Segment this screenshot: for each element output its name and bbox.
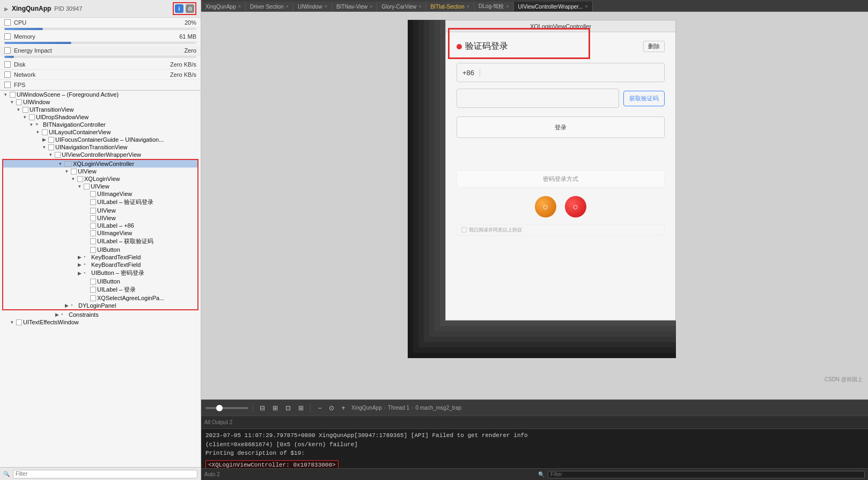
tree-item[interactable]: ▶ UIFocusContainerGuide – UINavigation..… [0,136,201,143]
grid-icon[interactable]: ⊞ [270,403,280,413]
fps-checkbox[interactable] [4,82,11,88]
tree-toggle[interactable]: ▾ [21,114,28,120]
tree-item[interactable]: ▾ UITransitionView [0,106,201,113]
tree-checkbox[interactable] [48,144,54,150]
cpu-checkbox[interactable] [4,19,11,26]
memory-checkbox[interactable] [4,33,11,40]
tab-close-icon[interactable]: × [506,4,509,9]
slider-thumb[interactable] [216,405,223,411]
layout-icon[interactable]: ⊟ [258,403,267,413]
tab-dlog[interactable]: DLog-驾校 × [474,2,514,11]
tree-item[interactable]: ▶ UIImageView [3,190,197,198]
tree-item[interactable]: ▶ ▪ Constraints [0,311,201,318]
tree-item[interactable]: ▶ UILabel – +86 [3,222,197,229]
tree-toggle-uiwindow[interactable]: ▾ [9,99,15,105]
table-icon[interactable]: ⊞ [296,403,306,413]
tree-checkbox[interactable] [90,287,96,293]
wechat-icon[interactable]: ○ [535,196,556,217]
tree-item[interactable]: ▾ UILayoutContainerView [0,128,201,136]
tree-checkbox[interactable] [90,191,96,197]
qq-icon[interactable]: ○ [565,196,586,217]
settings-icon[interactable]: ⚙ [186,4,194,13]
tab-close-icon[interactable]: × [325,4,327,9]
tree-item[interactable]: ▾ UIWindowScene – (Foreground Active) [0,91,201,98]
tree-checkbox[interactable] [10,92,16,98]
submit-btn[interactable]: 登录 [457,117,665,138]
tree-toggle[interactable]: ▾ [9,319,15,325]
zoom-reset-icon[interactable]: ⊙ [327,403,336,413]
tree-item[interactable]: ▾ UIWindow [0,98,201,106]
tree-checkbox[interactable] [90,295,96,301]
network-checkbox[interactable] [4,71,11,78]
tab-glory[interactable]: Glory-CarView × [377,2,426,11]
tree-item[interactable]: ▶ UIView [3,214,197,222]
breadcrumb-xingqunapp[interactable]: XingQunApp [351,405,382,411]
tree-item[interactable]: ▶ UIButton [3,278,197,285]
tab-driver-section[interactable]: Driver Section × [246,2,293,11]
tab-uiviewcontrollerwrapper[interactable]: UIViewControllerWrapper... × [514,2,593,11]
tree-toggle[interactable]: ▾ [47,151,54,158]
toolbar-slider[interactable] [205,407,248,409]
tree-toggle[interactable]: ▾ [28,121,34,128]
filter-input[interactable] [13,470,197,478]
tree-toggle[interactable]: ▾ [76,183,83,190]
tab-xingqunapp[interactable]: XingQunApp × [201,2,246,11]
tree-checkbox[interactable] [90,247,96,253]
tree-item[interactable]: ▶ ▪ UIButton – 密码登录 [3,268,197,278]
tree-checkbox[interactable] [77,176,83,182]
delete-btn[interactable]: 删除 [643,41,665,52]
tree-item[interactable]: ▶ ▪ DYLoginPanel [3,302,197,309]
canvas-area[interactable]: XQLoginViewController 验证码登录 [201,12,868,399]
tree-toggle[interactable]: ▶ [76,261,83,268]
tree-toggle[interactable]: ▾ [41,144,47,150]
layers-icon[interactable]: ⊡ [283,403,293,413]
tree-checkbox[interactable] [90,279,96,285]
tree-item-xqloginviewcontroller[interactable]: ▾ XQLoginViewController [3,160,197,168]
tree-checkbox[interactable] [29,114,35,120]
breadcrumb-trap[interactable]: 0 mach_msg2_trap [415,405,461,411]
tab-close-icon[interactable]: × [238,4,241,9]
tree-item[interactable]: ▾ UIView [3,168,197,175]
tab-uiwindow[interactable]: UIWindow × [293,2,332,11]
disk-checkbox[interactable] [4,61,11,68]
tree-checkbox[interactable] [48,137,54,143]
tree-checkbox[interactable] [90,199,96,205]
tree-item[interactable]: ▾ UIDropShadowView [0,113,201,121]
get-code-btn[interactable]: 获取验证码 [623,91,665,106]
tree-toggle[interactable]: ▾ [63,168,70,174]
password-mode-row[interactable]: 密码登录方式 [457,170,665,187]
tab-close-icon[interactable]: × [585,4,587,9]
tree-checkbox[interactable] [64,161,72,167]
tree-checkbox[interactable] [84,184,90,190]
tree-toggle[interactable]: ▾ [34,129,41,135]
tree-item[interactable]: ▶ UIView [3,207,197,214]
tab-close-icon[interactable]: × [418,4,421,9]
tree-toggle[interactable]: ▶ [63,302,70,309]
code-input[interactable] [457,89,619,108]
tree-toggle[interactable]: ▶ [76,270,83,277]
tree-toggle[interactable]: ▾ [57,161,63,167]
tree-checkbox[interactable] [90,223,96,229]
tab-bitiat[interactable]: BITIat-Section × [426,2,474,11]
tree-item[interactable]: ▶ UIButton [3,246,197,253]
tree-item[interactable]: ▾ XQLoginView [3,175,197,183]
tree-checkbox[interactable] [55,152,61,158]
tree-item[interactable]: ▶ UILabel – 登录 [3,285,197,294]
tree-item[interactable]: ▶ XQSelectAgreeLoginPa... [3,294,197,302]
info-icon[interactable]: i [175,4,183,13]
tree-checkbox[interactable] [90,215,96,221]
tree-item[interactable]: ▾ UITextEffectsWindow [0,318,201,326]
tree-checkbox[interactable] [16,319,22,325]
tree-toggle[interactable]: ▶ [54,311,60,318]
tree-checkbox[interactable] [16,99,22,105]
tab-bitnav[interactable]: BITNav-View × [332,2,377,11]
tree-item[interactable]: ▶ ▪ KeyBoardTextField [3,253,197,261]
tree-item[interactable]: ▾ ● BITNavigationController [0,121,201,128]
energy-checkbox[interactable] [4,47,11,54]
tree-toggle[interactable]: ▾ [15,106,21,113]
agree-checkbox[interactable] [461,227,467,232]
log-filter-input[interactable] [548,471,865,478]
tree-checkbox[interactable] [90,230,96,236]
tree-toggle[interactable]: ▶ [41,136,47,143]
zoom-out-icon[interactable]: − [315,403,325,413]
